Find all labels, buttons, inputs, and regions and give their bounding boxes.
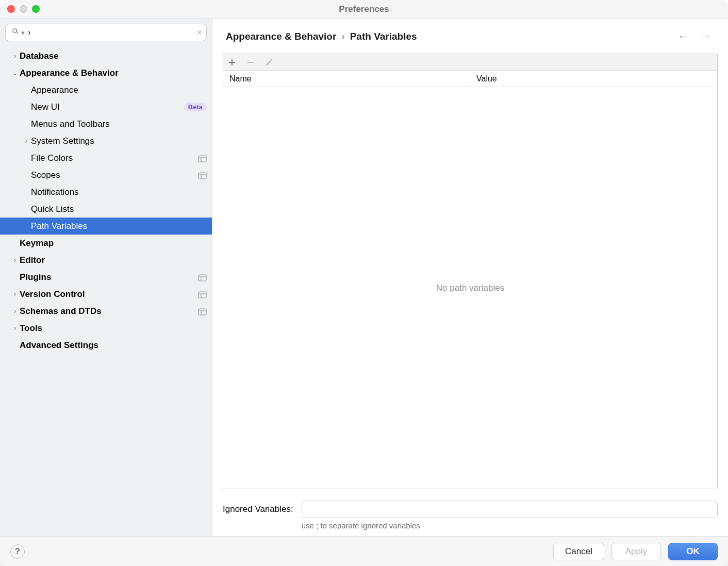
svg-rect-9 xyxy=(198,292,206,298)
ignored-variables-row: Ignored Variables: xyxy=(223,501,718,518)
arrow-placeholder xyxy=(22,205,31,213)
window-title: Preferences xyxy=(339,4,389,14)
help-button[interactable]: ? xyxy=(10,544,25,559)
tree-item-path-variables[interactable]: Path Variables xyxy=(0,218,212,235)
apply-button[interactable]: Apply xyxy=(611,543,661,560)
svg-rect-3 xyxy=(198,173,206,179)
tree-item-label: Appearance & Behavior xyxy=(20,68,207,78)
tree-item-label: Keymap xyxy=(20,238,207,248)
tree-item-label: Database xyxy=(20,51,207,61)
settings-tree[interactable]: ›Database⌄Appearance & Behavior Appearan… xyxy=(0,45,212,536)
column-value[interactable]: Value xyxy=(470,74,717,84)
arrow-placeholder xyxy=(10,341,20,349)
close-window-button[interactable] xyxy=(7,5,15,13)
disclosure-arrow-icon[interactable]: › xyxy=(22,137,31,145)
project-level-settings-icon xyxy=(198,155,207,162)
arrow-placeholder xyxy=(22,103,31,111)
ignored-variables-label: Ignored Variables: xyxy=(223,504,293,514)
tree-item-label: Tools xyxy=(20,323,207,334)
tree-item-label: Version Control xyxy=(20,289,195,299)
edit-button[interactable] xyxy=(263,57,275,68)
table-empty-text: No path variables xyxy=(223,87,717,489)
breadcrumb-sep: › xyxy=(341,31,344,42)
tree-item-notifications[interactable]: Notifications xyxy=(0,184,212,201)
tree-item-system-settings[interactable]: ›System Settings xyxy=(0,132,212,149)
disclosure-arrow-icon[interactable]: › xyxy=(10,307,20,315)
arrow-placeholder xyxy=(10,239,20,247)
ok-button[interactable]: OK xyxy=(668,543,718,560)
tree-item-appearance[interactable]: Appearance xyxy=(0,81,212,98)
breadcrumb: Appearance & Behavior › Path Variables ←… xyxy=(212,19,728,51)
tree-item-label: Scopes xyxy=(31,170,195,180)
minimize-window-button[interactable] xyxy=(20,5,27,13)
ignored-variables-input[interactable] xyxy=(302,501,718,518)
preferences-window: Preferences ▾ × ›Database⌄Appearance & B… xyxy=(0,0,728,566)
ignored-variables-hint: use ; to separate ignored variables xyxy=(212,521,718,530)
window-controls xyxy=(7,5,40,13)
search-icon xyxy=(11,27,20,38)
footer: ? Cancel Apply OK xyxy=(0,536,728,566)
project-level-settings-icon xyxy=(198,172,207,179)
add-button[interactable] xyxy=(226,57,238,68)
tree-item-version-control[interactable]: ›Version Control xyxy=(0,286,212,303)
tree-item-label: New UI xyxy=(31,102,180,112)
forward-button[interactable]: → xyxy=(697,28,715,45)
path-variables-panel: Name Value No path variables xyxy=(223,54,718,489)
disclosure-arrow-icon[interactable]: › xyxy=(10,256,20,264)
arrow-placeholder xyxy=(22,154,31,162)
tree-item-label: Plugins xyxy=(20,272,195,282)
project-level-settings-icon xyxy=(198,308,207,315)
arrow-placeholder xyxy=(22,86,31,94)
tree-item-label: File Colors xyxy=(31,153,195,163)
tree-item-schemas-dtds[interactable]: ›Schemas and DTDs xyxy=(0,303,212,320)
titlebar: Preferences xyxy=(0,0,728,19)
path-variables-table: Name Value No path variables xyxy=(223,54,718,489)
tree-item-label: Quick Lists xyxy=(31,204,207,214)
remove-button[interactable] xyxy=(245,57,256,68)
tree-item-label: Path Variables xyxy=(31,221,207,231)
fullscreen-window-button[interactable] xyxy=(32,5,40,13)
tree-item-advanced-settings[interactable]: Advanced Settings xyxy=(0,337,212,354)
tree-item-file-colors[interactable]: File Colors xyxy=(0,149,212,167)
tree-item-new-ui[interactable]: New UIBeta xyxy=(0,98,212,115)
svg-rect-0 xyxy=(198,156,206,162)
disclosure-arrow-icon[interactable]: ⌄ xyxy=(10,69,20,77)
disclosure-arrow-icon[interactable]: › xyxy=(10,52,20,60)
svg-rect-15 xyxy=(247,62,254,63)
body: ▾ × ›Database⌄Appearance & Behavior Appe… xyxy=(0,19,728,536)
arrow-placeholder xyxy=(22,188,31,196)
content: Appearance & Behavior › Path Variables ←… xyxy=(212,19,728,536)
disclosure-arrow-icon[interactable]: › xyxy=(10,290,20,298)
tree-item-quick-lists[interactable]: Quick Lists xyxy=(0,201,212,218)
search-dropdown-icon[interactable]: ▾ xyxy=(21,29,25,37)
tree-item-label: Editor xyxy=(20,255,207,265)
clear-search-button[interactable]: × xyxy=(196,27,202,38)
tree-item-scopes[interactable]: Scopes xyxy=(0,167,212,184)
search-box[interactable]: ▾ × xyxy=(5,24,207,41)
table-toolbar xyxy=(223,54,717,71)
tree-item-appearance-behavior[interactable]: ⌄Appearance & Behavior xyxy=(0,64,212,81)
tree-item-menus-toolbars[interactable]: Menus and Toolbars xyxy=(0,115,212,132)
breadcrumb-page: Path Variables xyxy=(350,31,417,42)
disclosure-arrow-icon[interactable]: › xyxy=(10,324,20,332)
back-button[interactable]: ← xyxy=(674,28,692,45)
arrow-placeholder xyxy=(10,273,20,281)
column-name[interactable]: Name xyxy=(223,74,470,84)
breadcrumb-section: Appearance & Behavior xyxy=(226,31,336,42)
tree-item-label: System Settings xyxy=(31,136,207,146)
tree-item-editor[interactable]: ›Editor xyxy=(0,252,212,269)
search-input[interactable] xyxy=(25,28,201,37)
tree-item-label: Schemas and DTDs xyxy=(20,306,195,317)
svg-rect-12 xyxy=(198,309,206,315)
tree-item-plugins[interactable]: Plugins xyxy=(0,269,212,286)
tree-item-tools[interactable]: ›Tools xyxy=(0,320,212,337)
tree-item-label: Advanced Settings xyxy=(20,340,207,351)
tree-item-label: Appearance xyxy=(31,85,207,95)
arrow-placeholder xyxy=(22,222,31,230)
beta-badge: Beta xyxy=(184,103,207,111)
sidebar: ▾ × ›Database⌄Appearance & Behavior Appe… xyxy=(0,19,212,536)
table-header: Name Value xyxy=(223,71,717,87)
cancel-button[interactable]: Cancel xyxy=(553,543,604,560)
tree-item-keymap[interactable]: Keymap xyxy=(0,235,212,252)
tree-item-database[interactable]: ›Database xyxy=(0,47,212,64)
